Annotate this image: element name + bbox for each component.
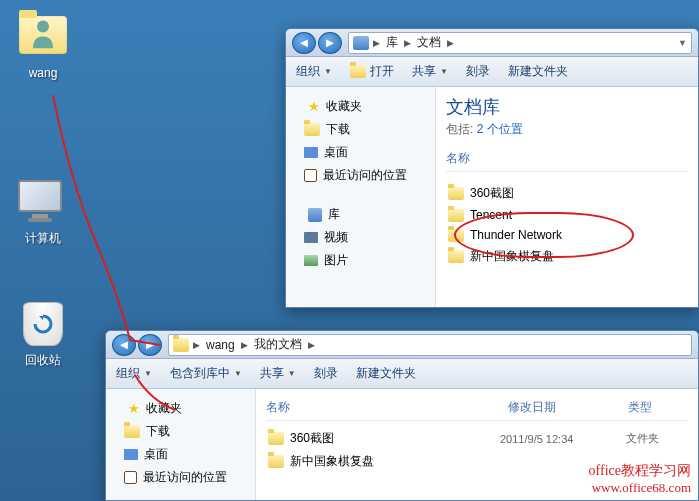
sidebar-item-recent[interactable]: 最近访问的位置 [110, 466, 251, 489]
folder-icon [448, 250, 464, 263]
share-button[interactable]: 共享▼ [412, 63, 448, 80]
col-date-header[interactable]: 修改日期 [508, 399, 628, 416]
content-pane: 文档库 包括: 2 个位置 名称 360截图 Tencent Thunder N… [436, 87, 698, 307]
desktop-icon [124, 449, 138, 460]
desktop-icon-recycle-bin[interactable]: 回收站 [8, 302, 78, 369]
sidebar-item-downloads[interactable]: 下载 [290, 118, 431, 141]
toolbar-label: 共享 [260, 365, 284, 382]
column-header[interactable]: 名称 修改日期 类型 [266, 397, 688, 421]
folder-icon [350, 65, 366, 78]
include-in-library-button[interactable]: 包含到库中▼ [170, 365, 242, 382]
sidebar-item-label: 最近访问的位置 [143, 469, 227, 486]
breadcrumb-item[interactable]: 库 [384, 34, 400, 51]
folder-icon [268, 455, 284, 468]
toolbar-label: 组织 [116, 365, 140, 382]
new-folder-button[interactable]: 新建文件夹 [508, 63, 568, 80]
desktop-icon-label: wang [8, 66, 78, 80]
toolbar-label: 刻录 [314, 365, 338, 382]
sidebar-item-label: 视频 [324, 229, 348, 246]
nav-forward-button[interactable]: ► [138, 334, 162, 356]
nav-back-button[interactable]: ◄ [292, 32, 316, 54]
library-title: 文档库 [446, 95, 688, 119]
desktop-icon-wang[interactable]: wang [8, 8, 78, 80]
user-folder-icon [18, 16, 68, 64]
folder-icon [304, 123, 320, 136]
sidebar-item-label: 收藏夹 [326, 98, 362, 115]
sidebar-item-desktop[interactable]: 桌面 [110, 443, 251, 466]
star-icon: ★ [128, 401, 140, 416]
caret-down-icon: ▼ [144, 369, 152, 378]
desktop-icon-computer[interactable]: 计算机 [8, 180, 78, 247]
sidebar-item-label: 下载 [146, 423, 170, 440]
new-folder-button[interactable]: 新建文件夹 [356, 365, 416, 382]
caret-down-icon: ▼ [324, 67, 332, 76]
file-name: 360截图 [470, 185, 514, 202]
sidebar-item-desktop[interactable]: 桌面 [290, 141, 431, 164]
sidebar-item-video[interactable]: 视频 [290, 226, 431, 249]
sidebar: ★收藏夹 下载 桌面 最近访问的位置 库 视频 图片 [286, 87, 436, 307]
chevron-right-icon: ▶ [308, 340, 315, 350]
sidebar-favorites[interactable]: ★收藏夹 [110, 397, 251, 420]
titlebar[interactable]: ◄ ► ▶ wang ▶ 我的文档 ▶ [106, 331, 698, 359]
sidebar-item-label: 图片 [324, 252, 348, 269]
share-button[interactable]: 共享▼ [260, 365, 296, 382]
organize-button[interactable]: 组织▼ [296, 63, 332, 80]
folder-row[interactable]: 360截图 2011/9/5 12:34 文件夹 [266, 427, 688, 450]
address-dropdown[interactable]: ▼ [678, 38, 687, 48]
sidebar-item-downloads[interactable]: 下载 [110, 420, 251, 443]
sidebar-item-recent[interactable]: 最近访问的位置 [290, 164, 431, 187]
open-button[interactable]: 打开 [350, 63, 394, 80]
file-type: 文件夹 [626, 431, 686, 446]
chevron-right-icon: ▶ [193, 340, 200, 350]
recent-icon [124, 471, 137, 484]
sidebar-item-label: 收藏夹 [146, 400, 182, 417]
sidebar-item-label: 库 [328, 206, 340, 223]
desktop-icon-label: 回收站 [8, 352, 78, 369]
toolbar-label: 刻录 [466, 63, 490, 80]
organize-button[interactable]: 组织▼ [116, 365, 152, 382]
star-icon: ★ [308, 99, 320, 114]
titlebar[interactable]: ◄ ► ▶ 库 ▶ 文档 ▶ ▼ [286, 29, 698, 57]
burn-button[interactable]: 刻录 [314, 365, 338, 382]
breadcrumb-item[interactable]: 我的文档 [252, 336, 304, 353]
library-subtitle: 包括: 2 个位置 [446, 121, 688, 138]
picture-icon [304, 255, 318, 266]
video-icon [304, 232, 318, 243]
folder-icon [268, 432, 284, 445]
breadcrumb-item[interactable]: wang [204, 338, 237, 352]
address-bar[interactable]: ▶ 库 ▶ 文档 ▶ ▼ [348, 32, 692, 54]
folder-row[interactable]: Tencent [446, 205, 688, 225]
file-name: Thunder Network [470, 228, 562, 242]
burn-button[interactable]: 刻录 [466, 63, 490, 80]
folder-icon [173, 338, 189, 352]
toolbar-label: 组织 [296, 63, 320, 80]
sidebar-favorites[interactable]: ★收藏夹 [290, 95, 431, 118]
folder-icon [448, 209, 464, 222]
col-name-header[interactable]: 名称 [446, 150, 688, 167]
breadcrumb-item[interactable]: 文档 [415, 34, 443, 51]
library-icon [353, 36, 369, 50]
folder-row[interactable]: 新中国象棋复盘 [446, 245, 688, 268]
sidebar-item-label: 最近访问的位置 [323, 167, 407, 184]
nav-back-button[interactable]: ◄ [112, 334, 136, 356]
address-bar[interactable]: ▶ wang ▶ 我的文档 ▶ [168, 334, 692, 356]
library-locations-link[interactable]: 2 个位置 [477, 122, 523, 136]
col-type-header[interactable]: 类型 [628, 399, 688, 416]
computer-icon [18, 180, 68, 228]
toolbar-label: 包含到库中 [170, 365, 230, 382]
col-name-header[interactable]: 名称 [266, 399, 508, 416]
toolbar-label: 新建文件夹 [508, 63, 568, 80]
chevron-right-icon: ▶ [404, 38, 411, 48]
sidebar-libraries[interactable]: 库 [290, 203, 431, 226]
sidebar-item-pictures[interactable]: 图片 [290, 249, 431, 272]
folder-row[interactable]: Thunder Network [446, 225, 688, 245]
folder-row[interactable]: 360截图 [446, 182, 688, 205]
svg-point-0 [37, 21, 49, 33]
column-header[interactable]: 名称 [446, 148, 688, 172]
file-name: 360截图 [290, 430, 494, 447]
nav-forward-button[interactable]: ► [318, 32, 342, 54]
caret-down-icon: ▼ [288, 369, 296, 378]
chevron-right-icon: ▶ [241, 340, 248, 350]
chevron-right-icon: ▶ [373, 38, 380, 48]
folder-icon [448, 229, 464, 242]
